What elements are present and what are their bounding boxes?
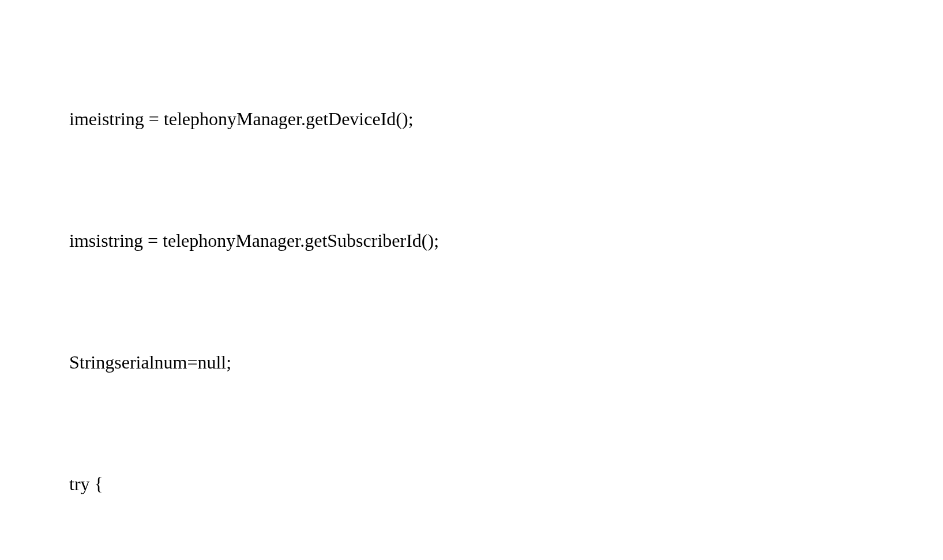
code-snippet: imeistring = telephonyManager.getDeviceI… [35, 17, 908, 560]
code-line: try { [35, 464, 908, 504]
code-line: imeistring = telephonyManager.getDeviceI… [35, 99, 908, 139]
code-line: Stringserialnum=null; [35, 342, 908, 382]
code-line: imsistring = telephonyManager.getSubscri… [35, 220, 908, 261]
